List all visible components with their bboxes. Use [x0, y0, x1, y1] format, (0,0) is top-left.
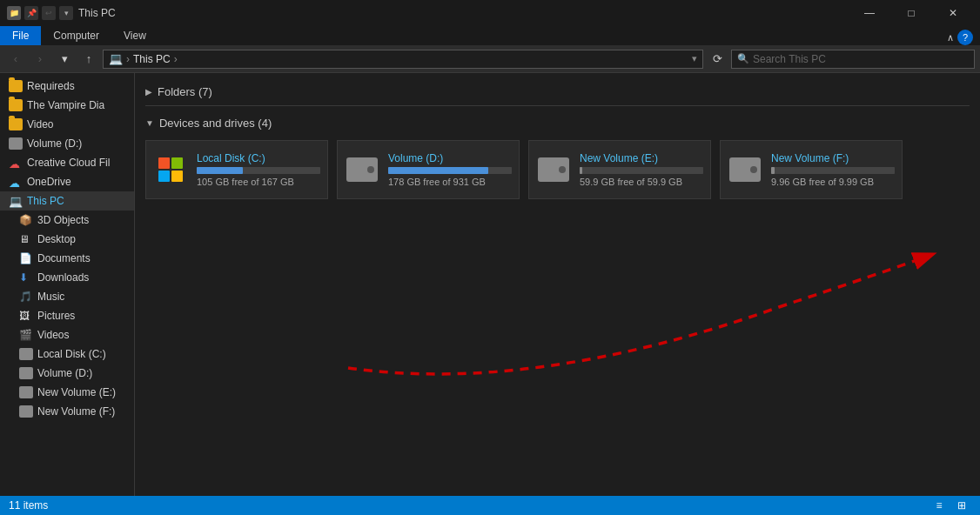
dropdown-icon[interactable]: ▾ — [59, 6, 73, 20]
folders-section-header[interactable]: ▶ Folders (7) — [145, 80, 970, 102]
sidebar-item-new-volume-f[interactable]: New Volume (F:) — [0, 402, 134, 421]
drive-d-name: Volume (D:) — [388, 152, 512, 164]
search-placeholder: Search This PC — [753, 53, 826, 65]
drive-card-f[interactable]: New Volume (F:) 9.96 GB free of 9.99 GB — [720, 140, 903, 199]
sidebar-label: This PC — [27, 195, 64, 207]
address-path[interactable]: 💻 › This PC › ▾ — [103, 50, 703, 69]
path-arrow2: › — [174, 53, 178, 65]
sidebar-item-documents[interactable]: 📄 Documents — [0, 249, 134, 268]
folder-icon — [9, 118, 23, 130]
sidebar-item-this-pc[interactable]: 💻 This PC — [0, 191, 134, 211]
folder-icon: 🖼 — [19, 310, 33, 322]
tab-file[interactable]: File — [0, 26, 41, 45]
ribbon-collapse-icon[interactable]: ∧ — [947, 32, 954, 43]
sidebar-item-pictures[interactable]: 🖼 Pictures — [0, 306, 134, 325]
folder-icon: 🎬 — [19, 329, 33, 341]
sidebar-label: Creative Cloud Fil — [27, 157, 110, 169]
window-title: This PC — [78, 7, 116, 19]
sidebar-item-volume-d[interactable]: Volume (D:) — [0, 364, 134, 383]
onedrive-icon: ☁ — [9, 177, 23, 187]
sidebar-item-requireds[interactable]: Requireds — [0, 77, 134, 96]
folders-title: Folders (7) — [158, 85, 212, 98]
sidebar-item-local-disk-c[interactable]: Local Disk (C:) — [0, 344, 134, 364]
sidebar-label: 3D Objects — [37, 214, 89, 226]
tab-computer[interactable]: Computer — [41, 26, 111, 45]
sidebar-item-vampire-dia[interactable]: The Vampire Dia — [0, 96, 134, 115]
folders-chevron: ▶ — [145, 87, 152, 97]
drives-grid: Local Disk (C:) 105 GB free of 167 GB Vo… — [145, 133, 970, 206]
title-bar-icons: 📁 📌 ↩ ▾ — [7, 6, 73, 20]
path-pc-icon: 💻 — [109, 52, 123, 65]
sidebar-label: Downloads — [37, 271, 89, 284]
folder-icon — [9, 80, 23, 92]
drive-icon — [9, 137, 23, 150]
sidebar-label: New Volume (E:) — [37, 386, 116, 398]
sidebar-item-downloads[interactable]: ⬇ Downloads — [0, 268, 134, 287]
drive-f-icon — [728, 152, 762, 187]
sidebar-label: Desktop — [37, 233, 76, 245]
sidebar-item-3d-objects[interactable]: 📦 3D Objects — [0, 211, 134, 230]
drive-icon — [19, 386, 33, 398]
drive-e-bar-fill — [580, 167, 582, 174]
folder-icon: 🎵 — [19, 291, 33, 303]
refresh-button[interactable]: ⟳ — [707, 49, 728, 70]
address-dropdown-icon[interactable]: ▾ — [692, 53, 697, 64]
sidebar-label: Videos — [37, 329, 69, 341]
devices-section-header[interactable]: ▼ Devices and drives (4) — [145, 111, 970, 133]
quick-access-pin[interactable]: 📌 — [24, 6, 38, 20]
drive-card-c[interactable]: Local Disk (C:) 105 GB free of 167 GB — [145, 140, 328, 199]
folder-icon: 📄 — [19, 252, 33, 264]
drive-e-icon — [536, 152, 571, 187]
hdd-icon-f — [729, 157, 761, 182]
hdd-icon-d — [346, 157, 378, 182]
drive-card-d[interactable]: Volume (D:) 178 GB free of 931 GB — [337, 140, 520, 199]
sidebar-item-music[interactable]: 🎵 Music — [0, 287, 134, 306]
view-tiles-button[interactable]: ⊞ — [952, 498, 971, 513]
title-bar-left: 📁 📌 ↩ ▾ This PC — [7, 6, 116, 20]
sidebar-item-volume-d-top[interactable]: Volume (D:) — [0, 134, 134, 153]
pc-icon: 💻 — [9, 195, 23, 207]
up-button[interactable]: ↑ — [78, 49, 99, 70]
drive-e-space: 59.9 GB free of 59.9 GB — [580, 177, 703, 187]
sidebar-item-videos[interactable]: 🎬 Videos — [0, 325, 134, 344]
drive-c-space: 105 GB free of 167 GB — [197, 177, 320, 187]
hdd-icon-e — [538, 157, 569, 182]
folder-icon: 🖥 — [19, 233, 33, 245]
forward-button[interactable]: › — [30, 49, 50, 70]
drive-d-bar-bg — [388, 167, 512, 174]
drive-e-bar-bg — [580, 167, 703, 174]
drive-card-e[interactable]: New Volume (E:) 59.9 GB free of 59.9 GB — [528, 140, 711, 199]
view-details-button[interactable]: ≡ — [930, 498, 949, 513]
folder-icon: 📦 — [19, 214, 33, 226]
sidebar-label: The Vampire Dia — [27, 99, 104, 111]
close-button[interactable]: ✕ — [933, 0, 973, 26]
sidebar-label: Volume (D:) — [27, 137, 82, 150]
sidebar-item-new-volume-e[interactable]: New Volume (E:) — [0, 383, 134, 402]
undo-icon: ↩ — [42, 6, 56, 20]
back-button[interactable]: ‹ — [5, 49, 26, 70]
sidebar-item-video[interactable]: Video — [0, 115, 134, 134]
section-divider-1 — [145, 105, 970, 106]
dropdown-history-button[interactable]: ▾ — [54, 49, 75, 70]
drive-d-icon — [345, 152, 379, 187]
drive-c-bar-bg — [197, 167, 320, 174]
search-icon: 🔍 — [737, 53, 749, 64]
drive-d-info: Volume (D:) 178 GB free of 931 GB — [388, 152, 512, 187]
devices-title: Devices and drives (4) — [159, 117, 272, 130]
sidebar-item-onedrive[interactable]: ☁ OneDrive — [0, 172, 134, 191]
sidebar-label: Video — [27, 118, 53, 130]
search-box[interactable]: 🔍 Search This PC — [731, 50, 975, 69]
sidebar-item-desktop[interactable]: 🖥 Desktop — [0, 230, 134, 249]
drive-c-bar-fill — [197, 167, 243, 174]
drive-c-info: Local Disk (C:) 105 GB free of 167 GB — [197, 152, 320, 187]
minimize-button[interactable]: — — [849, 0, 889, 26]
status-bar: 11 items ≡ ⊞ — [0, 496, 980, 515]
sidebar-item-creative-cloud[interactable]: ☁ Creative Cloud Fil — [0, 153, 134, 172]
drive-f-name: New Volume (F:) — [771, 152, 895, 164]
maximize-button[interactable]: □ — [891, 0, 931, 26]
tab-view[interactable]: View — [111, 26, 158, 45]
help-button[interactable]: ? — [957, 30, 973, 45]
drive-icon — [19, 367, 33, 379]
drive-d-bar-fill — [388, 167, 488, 174]
drive-f-info: New Volume (F:) 9.96 GB free of 9.99 GB — [771, 152, 895, 187]
